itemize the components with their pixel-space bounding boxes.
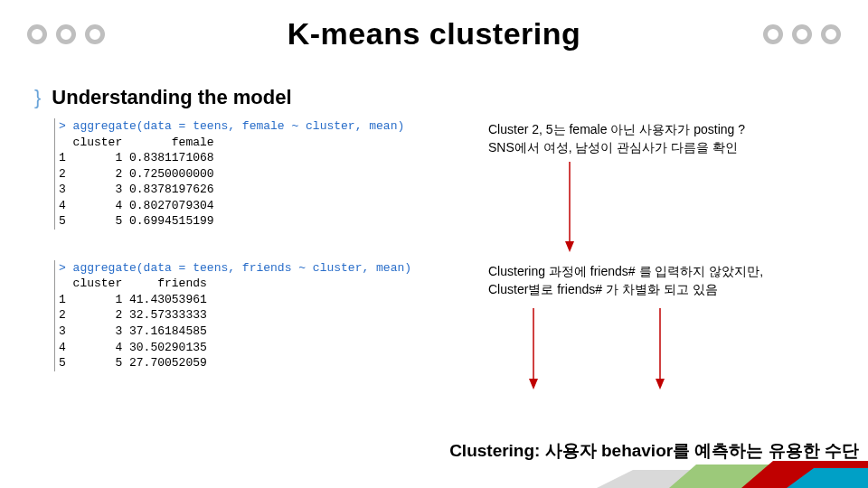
code-row: 4 4 30.50290135: [59, 341, 207, 354]
svg-marker-1: [565, 241, 574, 252]
code-header: cluster friends: [59, 277, 207, 290]
annotation-line: Clustering 과정에 friends# 를 입력하지 않았지만,: [488, 262, 763, 280]
code-row: 1 1 41.43053961: [59, 293, 207, 306]
section-heading-text: Understanding the model: [52, 86, 291, 109]
section-heading: } Understanding the model: [34, 86, 868, 109]
code-header: cluster female: [59, 136, 214, 149]
code-row: 1 1 0.8381171068: [59, 151, 214, 164]
code-row: 5 5 0.6994515199: [59, 214, 214, 228]
code-row: 2 2 0.7250000000: [59, 167, 214, 181]
circle-icon: [85, 24, 105, 44]
r-output-friends: > aggregate(data = teens, friends ~ clus…: [54, 260, 434, 371]
code-row: 5 5 27.70052059: [59, 356, 207, 370]
code-prompt-line: > aggregate(data = teens, friends ~ clus…: [59, 261, 411, 275]
code-prompt-line: > aggregate(data = teens, female ~ clust…: [59, 119, 404, 133]
conclusion-text: Clustering: 사용자 behavior를 예측하는 유용한 수단: [0, 439, 868, 463]
annotation-line: Cluster별로 friends# 가 차별화 되고 있음: [488, 280, 763, 298]
arrow-icon: [561, 162, 579, 252]
circle-icon: [821, 24, 841, 44]
circle-icon: [56, 24, 76, 44]
footer-decoration: [561, 461, 868, 488]
annotation-line: Cluster 2, 5는 female 아닌 사용자가 posting ?: [488, 120, 745, 138]
circle-icon: [792, 24, 812, 44]
arrow-icon: [524, 308, 542, 389]
circle-icon: [763, 24, 783, 44]
svg-marker-5: [656, 379, 665, 389]
page-title: K-means clustering: [288, 16, 581, 52]
bullet-brace-icon: }: [34, 86, 41, 109]
r-output-female: > aggregate(data = teens, female ~ clust…: [54, 118, 434, 230]
code-row: 3 3 0.8378197626: [59, 183, 214, 196]
code-row: 2 2 32.57333333: [59, 308, 207, 322]
code-row: 4 4 0.8027079304: [59, 199, 214, 212]
code-block-female: > aggregate(data = teens, female ~ clust…: [54, 118, 832, 230]
code-block-friends: > aggregate(data = teens, friends ~ clus…: [54, 260, 832, 371]
content-area: > aggregate(data = teens, female ~ clust…: [0, 118, 868, 371]
arrow-icon: [651, 308, 669, 389]
svg-marker-3: [529, 379, 538, 389]
title-row: K-means clustering: [0, 0, 868, 52]
annotation-line: SNS에서 여성, 남성이 관심사가 다름을 확인: [488, 138, 745, 156]
decorative-circles-left: [27, 24, 105, 44]
code-row: 3 3 37.16184585: [59, 324, 207, 338]
annotation-female: Cluster 2, 5는 female 아닌 사용자가 posting ? S…: [488, 120, 745, 157]
decorative-circles-right: [763, 24, 841, 44]
circle-icon: [27, 24, 47, 44]
annotation-friends: Clustering 과정에 friends# 를 입력하지 않았지만, Clu…: [488, 262, 763, 299]
